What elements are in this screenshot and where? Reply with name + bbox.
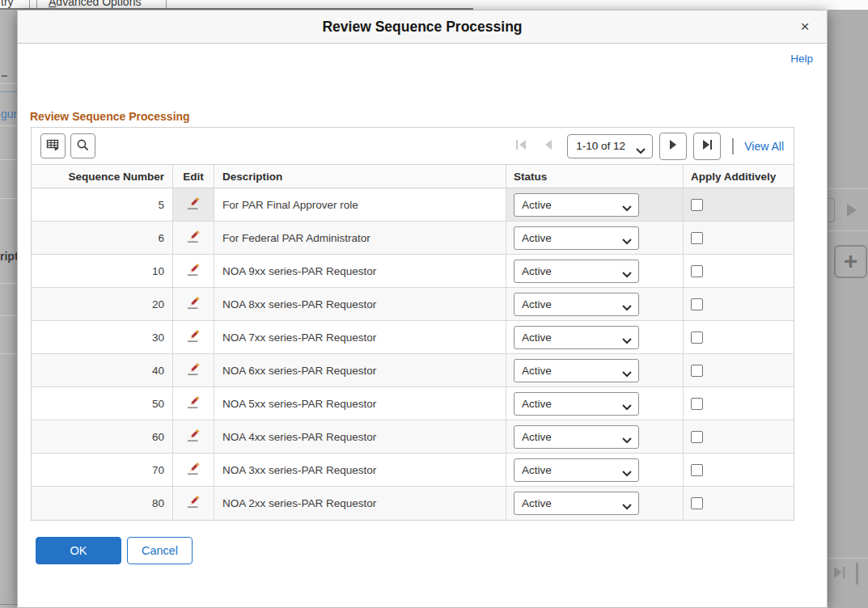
edit-pencil-button[interactable]: [184, 428, 203, 445]
apply-additively-checkbox[interactable]: [691, 298, 703, 310]
apply-additively-cell: [684, 321, 794, 353]
last-page-button[interactable]: [693, 133, 721, 160]
cancel-button[interactable]: Cancel: [127, 537, 193, 564]
table-row: 6 For Federal PAR Administrator: [32, 222, 794, 255]
status-select[interactable]: Active: [514, 326, 639, 349]
status-select[interactable]: Active: [514, 392, 639, 416]
next-page-button[interactable]: [659, 133, 687, 160]
review-sequence-processing-dialog: Review Sequence Processing × Help Review…: [17, 10, 828, 608]
status-select-wrap: Active: [514, 293, 639, 316]
find-button[interactable]: [70, 133, 95, 158]
column-header-sequence-number: Sequence Number: [32, 165, 173, 188]
search-icon: [76, 138, 90, 154]
status-select[interactable]: Active: [514, 193, 639, 217]
background-button-fragment: [828, 198, 835, 222]
status-select[interactable]: Active: [514, 260, 639, 283]
edit-cell: [173, 188, 214, 221]
tab-advanced-options[interactable]: Advanced Options: [49, 0, 141, 8]
sequence-number-cell: 50: [32, 387, 173, 420]
apply-additively-checkbox[interactable]: [691, 497, 703, 509]
status-select[interactable]: Active: [514, 226, 639, 250]
status-select[interactable]: Active: [514, 293, 639, 316]
status-select-wrap: Active: [514, 193, 639, 217]
edit-pencil-button[interactable]: [184, 196, 203, 213]
dimmed-page-left: gur ript: [0, 10, 17, 608]
dialog-title: Review Sequence Processing: [18, 19, 827, 36]
column-header-description: Description: [214, 165, 506, 188]
edit-pencil-button[interactable]: [184, 262, 203, 280]
close-icon[interactable]: ×: [794, 16, 815, 37]
apply-additively-checkbox[interactable]: [691, 331, 703, 344]
apply-additively-cell: [684, 487, 794, 520]
apply-additively-checkbox[interactable]: [691, 199, 703, 211]
pencil-icon: [187, 429, 200, 445]
status-select-wrap: Active: [514, 492, 639, 515]
pencil-icon: [187, 297, 200, 312]
status-select-wrap: Active: [514, 260, 639, 283]
previous-page-button[interactable]: [540, 137, 559, 156]
apply-additively-cell: [684, 222, 794, 254]
column-header-status: Status: [506, 165, 684, 188]
sequence-number-cell: 30: [32, 321, 173, 353]
apply-additively-checkbox[interactable]: [691, 365, 703, 377]
apply-additively-checkbox[interactable]: [691, 398, 703, 410]
status-select[interactable]: Active: [514, 492, 639, 515]
edit-cell: [173, 420, 214, 453]
personalize-grid-button[interactable]: [40, 133, 66, 158]
apply-additively-cell: [684, 288, 794, 320]
edit-pencil-button[interactable]: [184, 328, 203, 346]
pager-separator: [732, 138, 734, 154]
personalize-grid-icon: [46, 138, 60, 154]
edit-cell: [173, 321, 214, 353]
pencil-icon: [187, 363, 200, 378]
edit-pencil-button[interactable]: [184, 295, 203, 313]
dialog-footer: OK Cancel: [36, 537, 193, 564]
edit-pencil-button[interactable]: [184, 495, 203, 513]
status-select-wrap: Active: [514, 226, 639, 250]
ok-button[interactable]: OK: [36, 537, 121, 564]
sequence-number-cell: 6: [32, 222, 173, 254]
first-page-icon: [514, 138, 529, 154]
description-cell: NOA 4xx series-PAR Requestor: [214, 420, 506, 453]
apply-additively-checkbox[interactable]: [691, 265, 703, 277]
edit-cell: [173, 255, 214, 287]
edit-pencil-button[interactable]: [184, 361, 203, 379]
status-select[interactable]: Active: [514, 458, 639, 482]
apply-additively-cell: [684, 420, 794, 453]
status-select-wrap: Active: [514, 326, 639, 349]
status-cell: Active: [506, 420, 684, 453]
apply-additively-checkbox[interactable]: [691, 232, 703, 244]
status-select[interactable]: Active: [514, 359, 639, 382]
edit-cell: [173, 487, 214, 520]
sequence-number-cell: 5: [32, 188, 173, 221]
page-range-select[interactable]: 1-10 of 12: [567, 134, 653, 158]
background-fragment: [2, 75, 7, 77]
sequence-number-cell: 10: [32, 255, 173, 287]
edit-pencil-button[interactable]: [184, 229, 203, 247]
status-cell: Active: [506, 321, 684, 353]
first-page-button[interactable]: [512, 137, 531, 156]
background-link-fragment: gur: [1, 108, 17, 120]
edit-pencil-button[interactable]: [184, 461, 203, 479]
description-cell: NOA 9xx series-PAR Requestor: [214, 255, 506, 287]
view-all-link[interactable]: View All: [744, 140, 784, 153]
status-select-wrap: Active: [514, 425, 639, 449]
description-cell: NOA 7xx series-PAR Requestor: [214, 321, 506, 353]
status-select[interactable]: Active: [514, 425, 639, 449]
background-tab-bar: try Advanced Options: [0, 0, 868, 10]
section-title: Review Sequence Processing: [30, 110, 190, 123]
description-cell: NOA 5xx series-PAR Requestor: [214, 387, 506, 420]
apply-additively-checkbox[interactable]: [691, 431, 703, 443]
status-select-wrap: Active: [514, 458, 639, 482]
apply-additively-cell: [684, 387, 794, 420]
apply-additively-cell: [684, 354, 794, 386]
sequence-number-cell: 20: [32, 288, 173, 320]
status-cell: Active: [506, 288, 684, 320]
previous-page-icon: [543, 138, 556, 154]
help-link[interactable]: Help: [790, 53, 813, 65]
apply-additively-checkbox[interactable]: [691, 464, 703, 476]
edit-pencil-button[interactable]: [184, 395, 203, 412]
description-cell: NOA 8xx series-PAR Requestor: [214, 288, 506, 320]
table-row: 70 NOA 3xx series-PAR Requestor: [32, 454, 794, 487]
sequence-number-cell: 60: [32, 420, 173, 453]
